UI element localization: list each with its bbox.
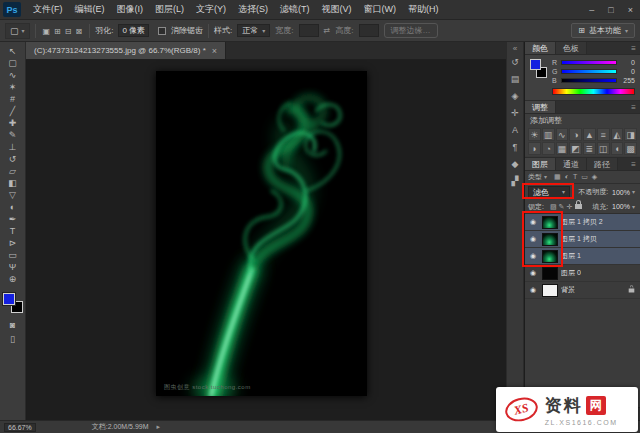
hand-tool[interactable]: Ψ <box>2 261 24 273</box>
tab-layers[interactable]: 图层 <box>525 158 556 170</box>
layer-name[interactable]: 背景 <box>561 285 575 295</box>
color-balance-icon[interactable]: ◭ <box>611 128 624 141</box>
path-selection-tool[interactable]: ⊳ <box>2 237 24 249</box>
panel-menu-icon[interactable]: ≡ <box>627 158 640 170</box>
type-tool[interactable]: T <box>2 225 24 237</box>
document-tab[interactable]: (C):47373124213273555.jpg @ 66.7%(RGB/8)… <box>26 42 226 59</box>
histogram-panel-icon[interactable]: ▞ <box>508 175 522 187</box>
layer-name[interactable]: 图层 1 <box>561 251 581 261</box>
black-white-icon[interactable]: ◨ <box>624 128 637 141</box>
properties-panel-icon[interactable]: ▤ <box>508 73 522 85</box>
navigator-panel-icon[interactable]: ✛ <box>508 107 522 119</box>
paragraph-panel-icon[interactable]: ¶ <box>508 141 522 153</box>
layer-row[interactable]: ◉ 图层 1 拷贝 2 <box>525 214 640 231</box>
threshold-icon[interactable]: ◫ <box>597 142 610 155</box>
antialias-checkbox[interactable] <box>158 27 166 35</box>
foreground-color-swatch[interactable] <box>530 59 541 70</box>
color-spectrum-ramp[interactable] <box>552 88 635 95</box>
tab-color[interactable]: 颜色 <box>525 42 556 54</box>
posterize-icon[interactable]: ≣ <box>583 142 596 155</box>
layer-thumbnail[interactable] <box>542 216 558 229</box>
width-input[interactable] <box>299 24 319 37</box>
layer-thumbnail[interactable] <box>542 267 558 280</box>
visibility-eye-icon[interactable]: ◉ <box>527 269 539 277</box>
menu-item[interactable]: 文件(F) <box>27 0 69 19</box>
window-control-button[interactable]: × <box>621 5 640 15</box>
menu-item[interactable]: 图层(L) <box>149 0 190 19</box>
layer-row[interactable]: ◉ 图层 1 <box>525 248 640 265</box>
green-value[interactable]: 0 <box>620 68 635 75</box>
zoom-level-field[interactable]: 66.67% <box>4 423 36 432</box>
eyedropper-tool[interactable]: ╱ <box>2 105 24 117</box>
selection-mode-icon[interactable]: ⊟ <box>63 27 74 36</box>
exposure-icon[interactable]: ◑ <box>569 128 582 141</box>
window-control-button[interactable]: – <box>582 5 601 15</box>
document-size-info[interactable]: 文档:2.00M/5.99M <box>92 422 149 432</box>
visibility-eye-icon[interactable]: ◉ <box>527 235 539 243</box>
history-panel-icon[interactable]: ↺ <box>508 56 522 68</box>
menu-item[interactable]: 图像(I) <box>111 0 150 19</box>
pen-tool[interactable]: ✒ <box>2 213 24 225</box>
layer-name[interactable]: 图层 1 拷贝 2 <box>561 217 603 227</box>
photoshop-logo-icon[interactable]: Ps <box>3 2 21 17</box>
blur-tool[interactable]: ▽ <box>2 189 24 201</box>
blue-slider[interactable] <box>561 78 617 83</box>
lock-all-icon[interactable] <box>575 204 582 209</box>
gradient-map-icon[interactable]: ▩ <box>624 142 637 155</box>
close-tab-icon[interactable]: × <box>212 46 217 56</box>
move-tool[interactable]: ↖ <box>2 45 24 57</box>
quick-mask-button[interactable]: ◙ <box>2 318 24 332</box>
blend-mode-select[interactable]: 滤色 ▾ <box>528 186 570 198</box>
rectangular-marquee-tool[interactable]: ▢ <box>2 57 24 69</box>
status-menu-arrow-icon[interactable]: ▸ <box>157 423 161 431</box>
invert-icon[interactable]: ◩ <box>569 142 582 155</box>
feather-input[interactable]: 0 像素 <box>118 24 149 37</box>
menu-item[interactable]: 窗口(W) <box>358 0 403 19</box>
refine-edge-button[interactable]: 调整边缘… <box>384 23 438 38</box>
menu-item[interactable]: 选择(S) <box>232 0 274 19</box>
layer-filter-icon[interactable]: ▭ <box>579 173 590 181</box>
levels-icon[interactable]: ▥ <box>542 128 555 141</box>
layer-row[interactable]: ◉ 图层 1 拷贝 <box>525 231 640 248</box>
layer-thumbnail[interactable] <box>542 250 558 263</box>
foreground-color-swatch[interactable] <box>3 293 15 305</box>
shape-tool[interactable]: ▭ <box>2 249 24 261</box>
selective-color-icon[interactable]: ◖ <box>611 142 624 155</box>
opacity-value[interactable]: 100% ▾ <box>610 189 637 196</box>
menu-item[interactable]: 编辑(E) <box>69 0 111 19</box>
brush-tool[interactable]: ✎ <box>2 129 24 141</box>
photo-filter-icon[interactable]: ◗ <box>528 142 541 155</box>
eraser-tool[interactable]: ▱ <box>2 165 24 177</box>
tab-channels[interactable]: 通道 <box>556 158 587 170</box>
hue-saturation-icon[interactable]: ≡ <box>597 128 610 141</box>
lasso-tool[interactable]: ∿ <box>2 69 24 81</box>
workspace-switcher[interactable]: ⊞ 基本功能 ▾ <box>571 23 635 38</box>
tab-paths[interactable]: 路径 <box>587 158 618 170</box>
style-select[interactable]: 正常 ▾ <box>237 24 270 37</box>
visibility-eye-icon[interactable]: ◉ <box>527 286 539 294</box>
info-panel-icon[interactable]: ◈ <box>508 90 522 102</box>
layer-name[interactable]: 图层 0 <box>561 268 581 278</box>
crop-tool[interactable]: # <box>2 93 24 105</box>
vibrance-icon[interactable]: ▲ <box>583 128 596 141</box>
lock-option-icon[interactable]: ▨ <box>549 203 558 211</box>
menu-item[interactable]: 滤镜(T) <box>274 0 316 19</box>
lock-option-icon[interactable]: ✎ <box>558 203 566 211</box>
window-control-button[interactable]: □ <box>601 5 620 15</box>
red-value[interactable]: 0 <box>620 59 635 66</box>
curves-icon[interactable]: ∿ <box>556 128 569 141</box>
styles-panel-icon[interactable]: ◆ <box>508 158 522 170</box>
visibility-eye-icon[interactable]: ◉ <box>527 218 539 226</box>
lock-option-icon[interactable]: ✛ <box>565 203 573 211</box>
zoom-tool[interactable]: ⊕ <box>2 273 24 285</box>
layer-row[interactable]: ◉ 背景 <box>525 282 640 299</box>
brightness-contrast-icon[interactable]: ☀ <box>528 128 541 141</box>
document-canvas[interactable]: 图虫创意 stock.tuchong.com <box>156 71 367 396</box>
layer-thumbnail[interactable] <box>542 284 558 297</box>
menu-item[interactable]: 文字(Y) <box>190 0 232 19</box>
selection-mode-icon[interactable]: ⊞ <box>52 27 63 36</box>
history-brush-tool[interactable]: ↺ <box>2 153 24 165</box>
swap-dimensions-icon[interactable]: ⇄ <box>324 26 331 35</box>
character-panel-icon[interactable]: A <box>508 124 522 136</box>
layer-name[interactable]: 图层 1 拷贝 <box>561 234 597 244</box>
